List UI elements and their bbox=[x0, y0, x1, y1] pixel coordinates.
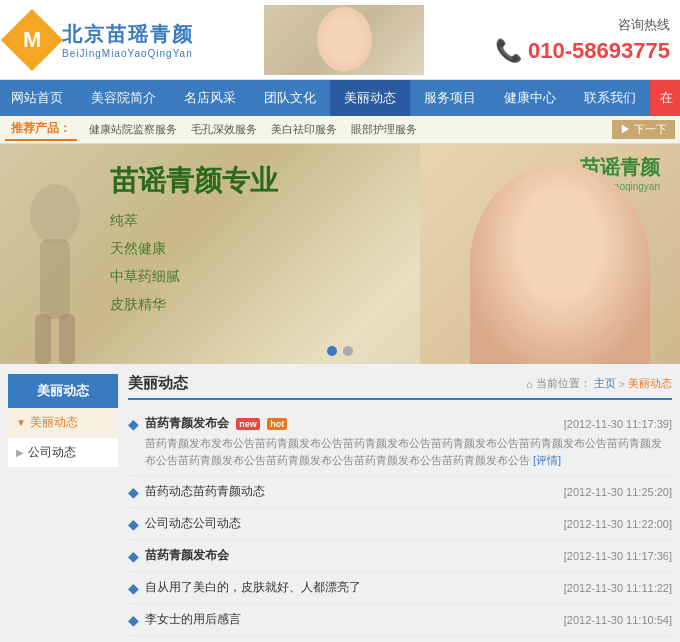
article-title[interactable]: 李女士的用后感言 bbox=[145, 611, 241, 628]
sidebar-arrow-down-icon: ▼ bbox=[16, 417, 26, 428]
article-body: 苗药动态苗药青颜动态 [2012-11-30 11:25:20] bbox=[145, 483, 672, 500]
table-row: ◆ 公司动态公司动态 [2012-11-30 11:22:00] bbox=[128, 508, 672, 540]
header-face-image bbox=[264, 5, 424, 75]
banner-sub-text: 纯萃天然健康中草药细腻皮肤精华 bbox=[110, 206, 278, 318]
article-title[interactable]: 苗药动态苗药青颜动态 bbox=[145, 483, 265, 500]
subnav-item-3[interactable]: 美白祛印服务 bbox=[267, 122, 341, 137]
article-bullet-icon: ◆ bbox=[128, 549, 139, 563]
breadcrumb-current: 美丽动态 bbox=[628, 376, 672, 391]
table-row: ◆ 自从用了美白的，皮肤就好、人都漂亮了 [2012-11-30 11:11:2… bbox=[128, 572, 672, 604]
article-date: [2012-11-30 11:17:36] bbox=[564, 550, 672, 562]
phone-icon: 📞 bbox=[495, 38, 522, 63]
table-row: ◆ 李女士的用后感言 [2012-11-30 11:10:54] bbox=[128, 604, 672, 636]
article-title-row: 苗药青颜发布会 [2012-11-30 11:17:36] bbox=[145, 547, 672, 564]
article-bullet-icon: ◆ bbox=[128, 485, 139, 499]
banner: 苗谣青颜专业 纯萃天然健康中草药细腻皮肤精华 苗谣青颜 maoyaoqingya… bbox=[0, 144, 680, 364]
main-title-bar: 美丽动态 ⌂ 当前位置： 主页 > 美丽动态 bbox=[128, 374, 672, 400]
nav-contact[interactable]: 联系我们 bbox=[570, 80, 650, 116]
home-icon: ⌂ bbox=[526, 378, 533, 390]
table-row: ◆ 苗药青颜发布会 new hot [2012-11-30 11:17:39] … bbox=[128, 408, 672, 476]
logo-area: M 北京苗瑶青颜 BeiJingMiaoYaoQingYan bbox=[10, 18, 194, 62]
new-badge: new bbox=[236, 418, 260, 430]
nav-news[interactable]: 美丽动态 bbox=[330, 80, 410, 116]
article-date: [2012-11-30 11:11:22] bbox=[564, 582, 672, 594]
hot-badge: hot bbox=[267, 418, 287, 430]
subnav-item-2[interactable]: 毛孔深效服务 bbox=[187, 122, 261, 137]
article-bullet-icon: ◆ bbox=[128, 417, 139, 431]
subnav-items: 健康站院监察服务 毛孔深效服务 美白祛印服务 眼部护理服务 bbox=[85, 122, 612, 137]
banner-dot-2[interactable] bbox=[343, 346, 353, 356]
banner-text-area: 苗谣青颜专业 纯萃天然健康中草药细腻皮肤精华 bbox=[110, 164, 278, 318]
article-body: 公司动态公司动态 [2012-11-30 11:22:00] bbox=[145, 515, 672, 532]
nav-team[interactable]: 团队文化 bbox=[250, 80, 330, 116]
article-date: [2012-11-30 11:22:00] bbox=[564, 518, 672, 530]
breadcrumb-sep: > bbox=[619, 378, 625, 390]
logo-m-icon: M bbox=[23, 26, 41, 52]
banner-face-area: 苗谣青颜 maoyaoqingyan bbox=[420, 144, 680, 364]
table-row: ◆ 苗药动态苗药青颜动态 [2012-11-30 11:25:20] bbox=[128, 476, 672, 508]
sidebar-title: 美丽动态 bbox=[8, 374, 118, 408]
header: M 北京苗瑶青颜 BeiJingMiaoYaoQingYan 咨询热线 📞 01… bbox=[0, 0, 680, 80]
svg-rect-3 bbox=[59, 314, 75, 364]
nav-service[interactable]: 服务项目 bbox=[410, 80, 490, 116]
svg-rect-1 bbox=[40, 239, 70, 319]
sidebar-item-news[interactable]: ▼ 美丽动态 bbox=[8, 408, 118, 438]
nav-online[interactable]: 在线咨询 bbox=[650, 80, 680, 116]
sidebar-item-company-label: 公司动态 bbox=[28, 444, 76, 461]
article-body: 苗药青颜发布会 new hot [2012-11-30 11:17:39] 苗药… bbox=[145, 415, 672, 468]
hotline-number: 📞 010-58693775 bbox=[495, 38, 670, 64]
subnav-item-4[interactable]: 眼部护理服务 bbox=[347, 122, 421, 137]
article-date: [2012-11-30 11:25:20] bbox=[564, 486, 672, 498]
hotline-area: 咨询热线 📞 010-58693775 bbox=[495, 16, 670, 64]
article-title-row: 公司动态公司动态 [2012-11-30 11:22:00] bbox=[145, 515, 672, 532]
table-row: ◆ 苗药青颜发布会 [2012-11-30 11:17:36] bbox=[128, 540, 672, 572]
logo-cn: 北京苗瑶青颜 bbox=[62, 21, 194, 48]
banner-face-illustration bbox=[470, 164, 650, 364]
nav-store[interactable]: 名店风采 bbox=[170, 80, 250, 116]
sidebar: 美丽动态 ▼ 美丽动态 ▶ 公司动态 bbox=[8, 374, 118, 642]
header-banner-image bbox=[264, 5, 424, 75]
article-title-row: 苗药青颜发布会 new hot [2012-11-30 11:17:39] bbox=[145, 415, 672, 432]
breadcrumb: ⌂ 当前位置： 主页 > 美丽动态 bbox=[526, 376, 672, 391]
article-desc: 苗药青颜发布发布公告苗药青颜发布公告苗药青颜发布公告苗药青颜发布公告苗药青颜发布… bbox=[145, 435, 672, 468]
banner-dot-1[interactable] bbox=[327, 346, 337, 356]
nav-about[interactable]: 美容院简介 bbox=[77, 80, 170, 116]
article-title-row: 苗药动态苗药青颜动态 [2012-11-30 11:25:20] bbox=[145, 483, 672, 500]
article-title-row: 自从用了美白的，皮肤就好、人都漂亮了 [2012-11-30 11:11:22] bbox=[145, 579, 672, 596]
article-date: [2012-11-30 11:17:39] bbox=[564, 418, 672, 430]
article-bullet-icon: ◆ bbox=[128, 517, 139, 531]
nav-home[interactable]: 网站首页 bbox=[0, 80, 77, 116]
subnav-next-button[interactable]: ▶ 下一下 bbox=[612, 120, 675, 139]
face-illustration bbox=[317, 7, 372, 72]
sidebar-item-news-label: 美丽动态 bbox=[30, 414, 78, 431]
article-comment-link[interactable]: [评情] bbox=[533, 454, 561, 466]
sidebar-item-company[interactable]: ▶ 公司动态 bbox=[8, 438, 118, 468]
article-title[interactable]: 苗药青颜发布会 new hot bbox=[145, 415, 287, 432]
article-body: 李女士的用后感言 [2012-11-30 11:10:54] bbox=[145, 611, 672, 628]
banner-main-text: 苗谣青颜专业 bbox=[110, 164, 278, 198]
hotline-label: 咨询热线 bbox=[618, 16, 670, 34]
article-title-row: 李女士的用后感言 [2012-11-30 11:10:54] bbox=[145, 611, 672, 628]
breadcrumb-current-label: 当前位置： bbox=[536, 376, 591, 391]
banner-dots bbox=[327, 346, 353, 356]
svg-point-0 bbox=[30, 184, 80, 244]
article-title[interactable]: 公司动态公司动态 bbox=[145, 515, 241, 532]
subnav-label: 推荐产品： bbox=[5, 118, 77, 141]
article-title[interactable]: 自从用了美白的，皮肤就好、人都漂亮了 bbox=[145, 579, 361, 596]
content-area: 美丽动态 ▼ 美丽动态 ▶ 公司动态 美丽动态 ⌂ 当前位置： 主页 > 美丽动… bbox=[0, 364, 680, 642]
sidebar-arrow-right-icon: ▶ bbox=[16, 447, 24, 458]
article-title[interactable]: 苗药青颜发布会 bbox=[145, 547, 229, 564]
article-body: 苗药青颜发布会 [2012-11-30 11:17:36] bbox=[145, 547, 672, 564]
subnav: 推荐产品： 健康站院监察服务 毛孔深效服务 美白祛印服务 眼部护理服务 ▶ 下一… bbox=[0, 116, 680, 144]
article-list: ◆ 苗药青颜发布会 new hot [2012-11-30 11:17:39] … bbox=[128, 408, 672, 636]
subnav-item-1[interactable]: 健康站院监察服务 bbox=[85, 122, 181, 137]
article-bullet-icon: ◆ bbox=[128, 581, 139, 595]
banner-figure-left bbox=[10, 174, 100, 364]
svg-rect-2 bbox=[35, 314, 51, 364]
nav-health[interactable]: 健康中心 bbox=[490, 80, 570, 116]
article-date: [2012-11-30 11:10:54] bbox=[564, 614, 672, 626]
banner-content: 苗谣青颜专业 纯萃天然健康中草药细腻皮肤精华 苗谣青颜 maoyaoqingya… bbox=[0, 144, 680, 364]
breadcrumb-home[interactable]: 主页 bbox=[594, 376, 616, 391]
logo-diamond: M bbox=[1, 8, 63, 70]
article-body: 自从用了美白的，皮肤就好、人都漂亮了 [2012-11-30 11:11:22] bbox=[145, 579, 672, 596]
